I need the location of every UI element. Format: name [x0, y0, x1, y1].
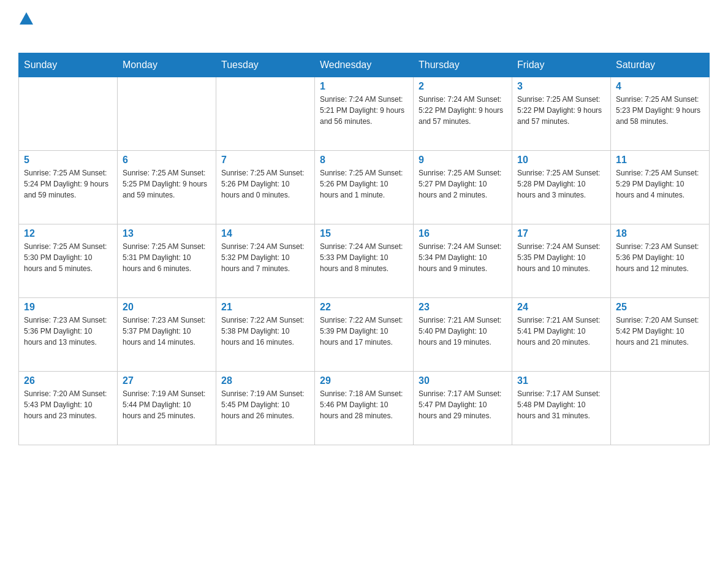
- page-header: [18, 12, 710, 47]
- day-info: Sunrise: 7:25 AM Sunset: 5:26 PM Dayligh…: [320, 167, 408, 201]
- day-number: 8: [320, 155, 408, 166]
- day-number: 29: [320, 375, 408, 386]
- day-number: 6: [123, 155, 211, 166]
- day-info: Sunrise: 7:24 AM Sunset: 5:21 PM Dayligh…: [320, 94, 408, 127]
- calendar-cell: 12Sunrise: 7:25 AM Sunset: 5:30 PM Dayli…: [19, 224, 118, 298]
- day-number: 27: [123, 375, 211, 386]
- day-number: 20: [123, 302, 211, 313]
- svg-marker-0: [20, 12, 33, 25]
- day-info: Sunrise: 7:25 AM Sunset: 5:26 PM Dayligh…: [221, 167, 309, 201]
- day-number: 10: [517, 155, 605, 166]
- day-info: Sunrise: 7:21 AM Sunset: 5:41 PM Dayligh…: [517, 315, 605, 348]
- day-info: Sunrise: 7:21 AM Sunset: 5:40 PM Dayligh…: [419, 315, 507, 348]
- day-number: 2: [419, 81, 507, 92]
- calendar-cell: 11Sunrise: 7:25 AM Sunset: 5:29 PM Dayli…: [611, 151, 710, 224]
- calendar-cell: 31Sunrise: 7:17 AM Sunset: 5:48 PM Dayli…: [512, 372, 611, 445]
- day-info: Sunrise: 7:25 AM Sunset: 5:27 PM Dayligh…: [419, 167, 507, 201]
- logo: [18, 12, 33, 47]
- day-info: Sunrise: 7:18 AM Sunset: 5:46 PM Dayligh…: [320, 388, 408, 421]
- day-number: 11: [616, 155, 704, 166]
- day-number: 7: [221, 155, 309, 166]
- calendar-cell: [19, 77, 118, 151]
- calendar-cell: 15Sunrise: 7:24 AM Sunset: 5:33 PM Dayli…: [315, 224, 414, 298]
- day-info: Sunrise: 7:23 AM Sunset: 5:36 PM Dayligh…: [616, 241, 704, 274]
- day-number: 28: [221, 375, 309, 386]
- day-info: Sunrise: 7:24 AM Sunset: 5:35 PM Dayligh…: [517, 241, 605, 274]
- calendar-cell: 7Sunrise: 7:25 AM Sunset: 5:26 PM Daylig…: [216, 151, 315, 224]
- calendar-week-row: 1Sunrise: 7:24 AM Sunset: 5:21 PM Daylig…: [19, 77, 710, 151]
- calendar-cell: [216, 77, 315, 151]
- day-number: 1: [320, 81, 408, 92]
- day-info: Sunrise: 7:20 AM Sunset: 5:43 PM Dayligh…: [24, 388, 112, 421]
- day-info: Sunrise: 7:25 AM Sunset: 5:23 PM Dayligh…: [616, 94, 704, 127]
- day-info: Sunrise: 7:17 AM Sunset: 5:47 PM Dayligh…: [419, 388, 507, 421]
- day-info: Sunrise: 7:25 AM Sunset: 5:30 PM Dayligh…: [24, 241, 112, 274]
- day-number: 16: [419, 228, 507, 239]
- calendar-cell: 14Sunrise: 7:24 AM Sunset: 5:32 PM Dayli…: [216, 224, 315, 298]
- weekday-header-friday: Friday: [512, 53, 611, 77]
- day-info: Sunrise: 7:19 AM Sunset: 5:45 PM Dayligh…: [221, 388, 309, 421]
- day-info: Sunrise: 7:17 AM Sunset: 5:48 PM Dayligh…: [517, 388, 605, 421]
- calendar-table: SundayMondayTuesdayWednesdayThursdayFrid…: [18, 53, 710, 445]
- day-info: Sunrise: 7:25 AM Sunset: 5:28 PM Dayligh…: [517, 167, 605, 201]
- day-number: 24: [517, 302, 605, 313]
- logo-triangle-icon: [20, 12, 33, 27]
- calendar-header-row: SundayMondayTuesdayWednesdayThursdayFrid…: [19, 53, 710, 77]
- day-info: Sunrise: 7:24 AM Sunset: 5:34 PM Dayligh…: [419, 241, 507, 274]
- day-info: Sunrise: 7:25 AM Sunset: 5:25 PM Dayligh…: [123, 167, 211, 201]
- day-info: Sunrise: 7:22 AM Sunset: 5:38 PM Dayligh…: [221, 315, 309, 348]
- calendar-cell: [118, 77, 216, 151]
- calendar-cell: 21Sunrise: 7:22 AM Sunset: 5:38 PM Dayli…: [216, 298, 315, 372]
- calendar-cell: 16Sunrise: 7:24 AM Sunset: 5:34 PM Dayli…: [414, 224, 512, 298]
- calendar-cell: 29Sunrise: 7:18 AM Sunset: 5:46 PM Dayli…: [315, 372, 414, 445]
- calendar-cell: 13Sunrise: 7:25 AM Sunset: 5:31 PM Dayli…: [118, 224, 216, 298]
- calendar-cell: 6Sunrise: 7:25 AM Sunset: 5:25 PM Daylig…: [118, 151, 216, 224]
- calendar-cell: 26Sunrise: 7:20 AM Sunset: 5:43 PM Dayli…: [19, 372, 118, 445]
- day-number: 21: [221, 302, 309, 313]
- calendar-cell: 18Sunrise: 7:23 AM Sunset: 5:36 PM Dayli…: [611, 224, 710, 298]
- day-number: 13: [123, 228, 211, 239]
- day-info: Sunrise: 7:24 AM Sunset: 5:32 PM Dayligh…: [221, 241, 309, 274]
- day-info: Sunrise: 7:19 AM Sunset: 5:44 PM Dayligh…: [123, 388, 211, 421]
- day-info: Sunrise: 7:23 AM Sunset: 5:37 PM Dayligh…: [123, 315, 211, 348]
- day-number: 30: [419, 375, 507, 386]
- weekday-header-saturday: Saturday: [611, 53, 710, 77]
- calendar-cell: 22Sunrise: 7:22 AM Sunset: 5:39 PM Dayli…: [315, 298, 414, 372]
- day-number: 23: [419, 302, 507, 313]
- calendar-cell: 4Sunrise: 7:25 AM Sunset: 5:23 PM Daylig…: [611, 77, 710, 151]
- day-info: Sunrise: 7:20 AM Sunset: 5:42 PM Dayligh…: [616, 315, 704, 348]
- calendar-cell: 2Sunrise: 7:24 AM Sunset: 5:22 PM Daylig…: [414, 77, 512, 151]
- day-number: 22: [320, 302, 408, 313]
- day-info: Sunrise: 7:25 AM Sunset: 5:29 PM Dayligh…: [616, 167, 704, 201]
- calendar-cell: 20Sunrise: 7:23 AM Sunset: 5:37 PM Dayli…: [118, 298, 216, 372]
- calendar-cell: 30Sunrise: 7:17 AM Sunset: 5:47 PM Dayli…: [414, 372, 512, 445]
- day-number: 25: [616, 302, 704, 313]
- weekday-header-sunday: Sunday: [19, 53, 118, 77]
- calendar-cell: 8Sunrise: 7:25 AM Sunset: 5:26 PM Daylig…: [315, 151, 414, 224]
- day-number: 17: [517, 228, 605, 239]
- calendar-week-row: 5Sunrise: 7:25 AM Sunset: 5:24 PM Daylig…: [19, 151, 710, 224]
- calendar-cell: 25Sunrise: 7:20 AM Sunset: 5:42 PM Dayli…: [611, 298, 710, 372]
- day-number: 3: [517, 81, 605, 92]
- day-info: Sunrise: 7:22 AM Sunset: 5:39 PM Dayligh…: [320, 315, 408, 348]
- day-number: 18: [616, 228, 704, 239]
- calendar-cell: 10Sunrise: 7:25 AM Sunset: 5:28 PM Dayli…: [512, 151, 611, 224]
- calendar-week-row: 19Sunrise: 7:23 AM Sunset: 5:36 PM Dayli…: [19, 298, 710, 372]
- calendar-cell: 23Sunrise: 7:21 AM Sunset: 5:40 PM Dayli…: [414, 298, 512, 372]
- day-number: 14: [221, 228, 309, 239]
- calendar-cell: 24Sunrise: 7:21 AM Sunset: 5:41 PM Dayli…: [512, 298, 611, 372]
- day-number: 9: [419, 155, 507, 166]
- day-info: Sunrise: 7:23 AM Sunset: 5:36 PM Dayligh…: [24, 315, 112, 348]
- day-info: Sunrise: 7:25 AM Sunset: 5:31 PM Dayligh…: [123, 241, 211, 274]
- calendar-cell: 19Sunrise: 7:23 AM Sunset: 5:36 PM Dayli…: [19, 298, 118, 372]
- weekday-header-wednesday: Wednesday: [315, 53, 414, 77]
- weekday-header-monday: Monday: [118, 53, 216, 77]
- calendar-cell: 9Sunrise: 7:25 AM Sunset: 5:27 PM Daylig…: [414, 151, 512, 224]
- day-number: 15: [320, 228, 408, 239]
- weekday-header-thursday: Thursday: [414, 53, 512, 77]
- day-number: 5: [24, 155, 112, 166]
- calendar-cell: 3Sunrise: 7:25 AM Sunset: 5:22 PM Daylig…: [512, 77, 611, 151]
- calendar-cell: 17Sunrise: 7:24 AM Sunset: 5:35 PM Dayli…: [512, 224, 611, 298]
- day-number: 19: [24, 302, 112, 313]
- calendar-cell: [611, 372, 710, 445]
